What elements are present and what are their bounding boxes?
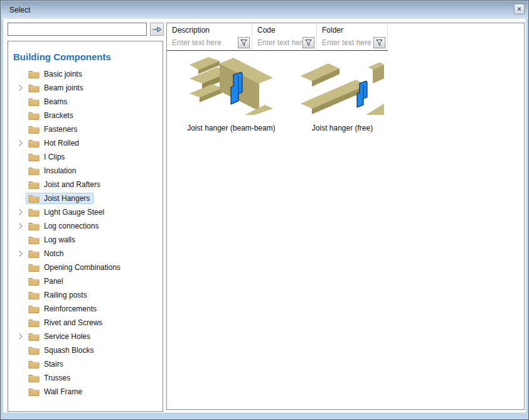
chevron-right-icon[interactable]	[17, 208, 24, 216]
tree-item-inner: Joist and Rafters	[26, 179, 104, 190]
joist-hanger-beam-beam-thumbnail	[190, 57, 273, 115]
tree-item-inner: Basic joints	[26, 68, 86, 80]
tree-item-inner: Railing posts	[26, 289, 91, 301]
tree-item-label: Rivet and Screws	[44, 318, 102, 327]
tree-item-label: Opening Combinations	[44, 263, 120, 272]
tree-item[interactable]: Notch	[8, 247, 163, 261]
tree-root-label[interactable]: Building Components	[8, 48, 163, 67]
tree-item-label: Joist Hangers	[44, 194, 90, 203]
chevron-right-icon[interactable]	[17, 333, 24, 340]
tree-item[interactable]: Light Gauge Steel	[8, 205, 163, 219]
tree-item[interactable]: Reinforcements	[8, 302, 163, 316]
close-icon[interactable]: ×	[514, 4, 525, 14]
tree-item[interactable]: Service Holes	[8, 330, 163, 343]
tree-item-inner: Log walls	[26, 234, 79, 245]
chevron-right-icon[interactable]	[17, 84, 24, 92]
tree-item-label: Basic joints	[44, 70, 82, 78]
tree-item-inner: Squash Blocks	[26, 345, 97, 356]
tree-item[interactable]: Opening Combinations	[8, 261, 163, 274]
result-item-joist-hanger-free[interactable]: Joist hanger (free)	[287, 57, 398, 132]
folder-icon	[28, 208, 40, 217]
tree-item[interactable]: Hot Rolled	[8, 136, 163, 150]
column-header-code[interactable]: Code	[252, 23, 317, 36]
tree-item[interactable]: Rivet and Screws	[8, 316, 163, 330]
folder-icon	[28, 166, 40, 175]
funnel-icon	[375, 39, 383, 46]
tree-item[interactable]: Brackets	[8, 109, 163, 122]
chevron-right-icon[interactable]	[17, 250, 24, 257]
tree-item-label: Fasteners	[44, 125, 77, 134]
tree-item-label: Light Gauge Steel	[44, 208, 104, 217]
title-bar[interactable]: Select	[1, 1, 528, 19]
column-header-description[interactable]: Description	[167, 23, 252, 36]
tree-item[interactable]: I Clips	[8, 150, 163, 164]
dialog-title: Select	[1, 6, 30, 14]
folder-icon	[28, 332, 40, 341]
tree-item-label: Joist and Rafters	[44, 180, 100, 189]
chevron-right-icon[interactable]	[17, 222, 24, 230]
tree-item[interactable]: Panel	[8, 274, 163, 288]
folder-icon	[28, 318, 40, 327]
folder-icon	[28, 83, 40, 92]
arrow-right-icon	[152, 25, 162, 34]
folder-icon	[28, 153, 40, 161]
code-filter-input[interactable]	[257, 38, 302, 47]
tree-item-label: Beam joints	[44, 83, 83, 92]
folder-icon	[28, 125, 40, 134]
filter-cell-description	[167, 36, 252, 50]
tree-item[interactable]: Wall Frame	[8, 385, 163, 399]
description-filter-input[interactable]	[172, 38, 238, 47]
result-item-label: Joist hanger (beam-beam)	[187, 124, 275, 132]
chevron-right-icon[interactable]	[17, 139, 24, 147]
folder-icon	[28, 291, 40, 299]
tree-item-inner: Brackets	[26, 110, 77, 121]
tree-item[interactable]: Log connections	[8, 219, 163, 233]
tree-item[interactable]: Basic joints	[8, 67, 163, 81]
tree-item[interactable]: Squash Blocks	[8, 343, 163, 357]
tree-item-inner: Log connections	[26, 220, 102, 232]
tree-item-inner: Notch	[26, 248, 67, 259]
grid-filter-row	[167, 36, 388, 51]
code-filter-button[interactable]	[302, 37, 314, 48]
folder-icon	[28, 346, 40, 355]
tree-item[interactable]: Joist and Rafters	[8, 178, 163, 191]
tree-item-label: Railing posts	[44, 291, 87, 299]
column-header-folder[interactable]: Folder	[317, 23, 388, 36]
result-item-joist-hanger-beam-beam[interactable]: Joist hanger (beam-beam)	[176, 57, 287, 132]
tree-item-inner: Beam joints	[26, 82, 87, 94]
tree-item-inner: Beams	[26, 96, 71, 107]
tree-item[interactable]: Trusses	[8, 371, 163, 385]
tree-item[interactable]: Insulation	[8, 164, 163, 178]
description-filter-button[interactable]	[238, 37, 250, 48]
folder-icon	[28, 222, 40, 230]
tree-item-inner: Service Holes	[26, 331, 94, 342]
search-go-button[interactable]	[150, 23, 164, 36]
tree-item-inner: Opening Combinations	[26, 262, 124, 273]
tree-item-inner: I Clips	[26, 151, 68, 163]
tree-item-inner: Insulation	[26, 165, 80, 176]
folder-filter-input[interactable]	[322, 38, 373, 47]
folder-icon	[28, 139, 40, 148]
tree-item-label: Service Holes	[44, 332, 90, 341]
tree-item[interactable]: Beams	[8, 95, 163, 109]
tree-item-label: Trusses	[44, 374, 70, 382]
folder-icon	[28, 263, 40, 272]
folder-icon	[28, 235, 40, 244]
tree-item[interactable]: Railing posts	[8, 288, 163, 302]
tree-item[interactable]: Beam joints	[8, 81, 163, 95]
tree-item[interactable]: Log walls	[8, 233, 163, 247]
tree-item[interactable]: Stairs	[8, 357, 163, 371]
tree-item-label: Log walls	[44, 235, 75, 244]
joist-hanger-free-thumbnail	[301, 57, 384, 115]
tree-item-label: Beams	[44, 97, 67, 106]
tree-item[interactable]: Fasteners	[8, 122, 163, 136]
funnel-icon	[304, 39, 313, 46]
search-input[interactable]	[8, 23, 147, 36]
tree-item-inner: Joist Hangers	[26, 193, 94, 204]
folder-filter-button[interactable]	[373, 37, 385, 48]
folder-icon	[28, 194, 40, 203]
folder-icon	[28, 360, 40, 369]
tree-item[interactable]: Joist Hangers	[8, 191, 163, 205]
folder-icon	[28, 70, 40, 78]
filter-cell-folder	[317, 36, 388, 50]
